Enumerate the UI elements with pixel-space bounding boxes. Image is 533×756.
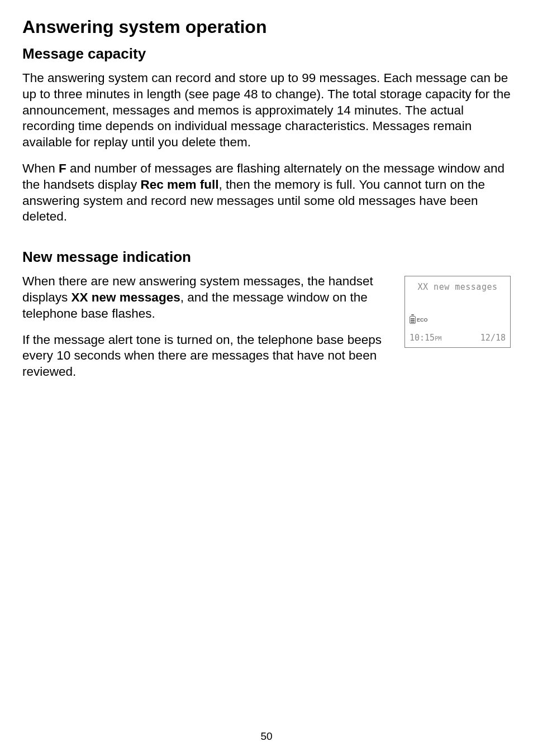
screen-bottom-row: 10:15PM 12/18 <box>410 333 506 343</box>
paragraph-newmsg-2: If the message alert tone is turned on, … <box>22 332 389 380</box>
screen-time: 10:15PM <box>410 333 441 343</box>
page-number: 50 <box>0 730 533 743</box>
battery-icon <box>410 315 416 324</box>
paragraph-newmsg-1: When there are new answering system mess… <box>22 274 389 322</box>
screen-date: 12/18 <box>480 333 506 343</box>
section-heading-capacity: Message capacity <box>22 45 511 63</box>
left-column: When there are new answering system mess… <box>22 274 389 390</box>
bold-xx-new-messages: XX new messages <box>72 290 180 304</box>
paragraph-capacity-1: The answering system can record and stor… <box>22 70 511 151</box>
two-column-layout: When there are new answering system mess… <box>22 274 511 390</box>
document-page: Answering system operation Message capac… <box>0 0 533 390</box>
screen-time-main: 10:15 <box>410 333 435 343</box>
paragraph-capacity-2: When F and number of messages are flashi… <box>22 161 511 225</box>
bold-rec-mem-full: Rec mem full <box>140 178 218 192</box>
text-fragment: When <box>22 161 59 175</box>
screen-line-1: XX new messages <box>410 282 506 292</box>
right-column: XX new messages ECO 10:15PM 12/18 <box>404 274 511 348</box>
page-title: Answering system operation <box>22 17 511 37</box>
section-heading-new-message: New message indication <box>22 248 511 266</box>
eco-label: ECO <box>417 317 428 323</box>
screen-status-row: ECO <box>410 315 506 324</box>
screen-time-suffix: PM <box>435 336 441 342</box>
handset-screen: XX new messages ECO 10:15PM 12/18 <box>404 276 511 348</box>
bold-F: F <box>59 161 66 175</box>
